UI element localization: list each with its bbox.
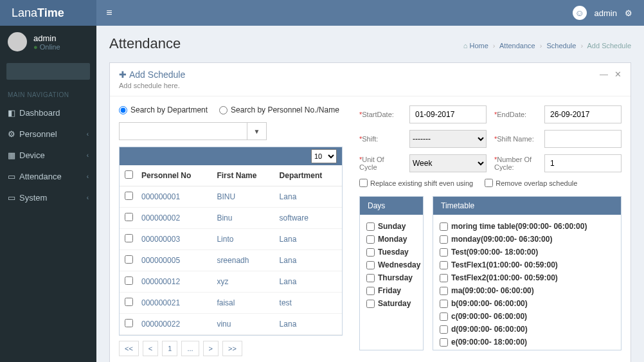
add-schedule-box: ✚Add Schedule Add schedule here. — ✕ Sea… [109,62,631,362]
timetable-item[interactable]: monday(09:00:00- 06:30:00) [440,233,614,246]
plus-icon: ✚ [119,69,127,80]
cell-first-name: vinu [213,314,275,335]
collapse-icon[interactable]: — [600,69,608,79]
cell-department: Lana [276,250,342,271]
pager-first[interactable]: << [119,341,139,356]
row-checkbox[interactable] [125,192,133,200]
timetable-item[interactable]: TestFlex2(01:00:00- 00:59:00) [440,271,614,284]
timetable-item[interactable]: c(09:00:00- 06:00:00) [440,310,614,323]
radio-search-pn[interactable]: Search by Personnel No./Name [219,105,339,114]
timetable-item[interactable]: ma(09:00:00- 06:00:00) [440,284,614,297]
unit-of-cycle-select[interactable]: Week [409,154,487,172]
nav-list: ◧Dashboard⚙Personnel‹▦Device‹▭Attendance… [0,102,96,208]
nav-label: System [19,193,47,203]
shift-name-input[interactable] [544,130,622,148]
timetable-item[interactable]: moring time table(09:00:00- 06:00:00) [440,220,614,233]
row-checkbox[interactable] [125,213,133,221]
user-name: admin [33,33,60,43]
radio-search-dept[interactable]: Search by Department [119,105,208,114]
table-row[interactable]: 000000003LintoLana [120,229,342,250]
days-panel: Days SundayMondayTuesdayWednesdayThursda… [359,196,424,350]
row-checkbox[interactable] [125,234,133,242]
col-first-name: First Name [213,165,275,186]
col-department: Department [276,165,342,186]
col-personnel-no: Personnel No [138,165,213,186]
nav-icon: ▭ [8,193,19,203]
day-item[interactable]: Monday [366,233,416,246]
timetable-item[interactable]: e(09:00:00- 18:00:00) [440,336,614,348]
day-item[interactable]: Saturday [366,297,416,310]
close-icon[interactable]: ✕ [614,69,622,79]
start-date-input[interactable] [409,105,487,123]
box-title: Add Schedule [129,69,185,80]
timetable-item[interactable]: Test(09:00:00- 18:00:00) [440,246,614,258]
day-item[interactable]: Tuesday [366,246,416,258]
main-content: Attendance ⌂ Home › Attendance › Schedul… [96,26,644,362]
department-select[interactable]: ▼ [119,122,267,140]
table-row[interactable]: 000000005sreenadhLana [120,250,342,271]
sidebar-item-dashboard[interactable]: ◧Dashboard [0,102,96,123]
sidebar-search[interactable] [6,63,90,80]
page-size-select[interactable]: 10 [311,149,337,163]
search-mode: Search by Department Search by Personnel… [119,105,343,114]
sidebar-item-attendance[interactable]: ▭Attendance‹ [0,166,96,187]
table-row[interactable]: 000000012xyzLana [120,271,342,293]
table-row[interactable]: 000000021faisaltest [120,293,342,314]
replace-shift-checkbox[interactable]: Replace existing shift even using [359,179,473,187]
cell-first-name: BINU [213,186,275,208]
home-icon: ⌂ [463,42,468,50]
pager-more[interactable]: ... [181,341,199,356]
table-row[interactable]: 000000002Binusoftware [120,208,342,229]
timetable-item[interactable]: b(09:00:00- 06:00:00) [440,297,614,310]
cell-first-name: xyz [213,271,275,293]
end-date-input[interactable] [544,105,622,123]
timetable-panel-title: Timetable [433,197,621,215]
row-checkbox[interactable] [125,276,133,285]
user-avatar-icon[interactable]: ☺ [573,6,587,20]
unit-label: Unit Of Cycle [359,156,384,171]
settings-icon[interactable]: ⚙ [625,8,632,18]
day-item[interactable]: Thursday [366,271,416,284]
cell-department: Lana [276,229,342,250]
sidebar-item-system[interactable]: ▭System‹ [0,187,96,208]
nav-icon: ⚙ [8,129,19,139]
timetable-item[interactable]: TestFlex1(01:00:00- 00:59:00) [440,258,614,271]
chevron-left-icon: ‹ [87,194,89,201]
breadcrumb-home[interactable]: Home [469,42,488,50]
chevron-down-icon[interactable]: ▼ [247,123,266,140]
cell-department: Lana [276,271,342,293]
logo-light: Lana [12,6,37,20]
select-all-checkbox[interactable] [125,170,133,179]
day-item[interactable]: Friday [366,284,416,297]
status-dot-icon: ● [33,43,38,51]
row-checkbox[interactable] [125,298,133,306]
remove-overlap-checkbox[interactable]: Remove overlap schedule [485,179,577,187]
table-row[interactable]: 000000022vinuLana [120,314,342,335]
breadcrumb-schedule[interactable]: Schedule [546,42,576,50]
day-item[interactable]: Wednesday [366,258,416,271]
top-user-name[interactable]: admin [595,8,617,18]
menu-toggle-icon[interactable]: ≡ [96,7,122,19]
cell-first-name: Binu [213,208,275,229]
day-item[interactable]: Sunday [366,220,416,233]
cell-personnel-no: 000000022 [138,314,213,335]
timetable-item[interactable]: d(09:00:00- 06:00:00) [440,323,614,336]
cell-department: Lana [276,314,342,335]
pager-prev[interactable]: < [143,341,158,356]
pager-last[interactable]: >> [222,341,242,356]
nav-label: Personnel [19,129,57,139]
sidebar-item-device[interactable]: ▦Device‹ [0,145,96,166]
shift-select[interactable]: ------- [409,130,487,148]
nav-header: MAIN NAVIGATION [0,85,96,102]
row-checkbox[interactable] [125,319,133,327]
breadcrumb-attendance[interactable]: Attendance [499,42,535,50]
table-row[interactable]: 000000001BINULana [120,186,342,208]
row-checkbox[interactable] [125,255,133,264]
page-header: Attendance ⌂ Home › Attendance › Schedul… [96,26,644,57]
pager-next[interactable]: > [203,341,219,356]
sidebar-item-personnel[interactable]: ⚙Personnel‹ [0,123,96,145]
pager: << < 1 ... > >> [119,336,343,361]
pager-page[interactable]: 1 [162,341,177,356]
cell-first-name: Linto [213,229,275,250]
number-of-cycle-input[interactable] [544,154,622,172]
